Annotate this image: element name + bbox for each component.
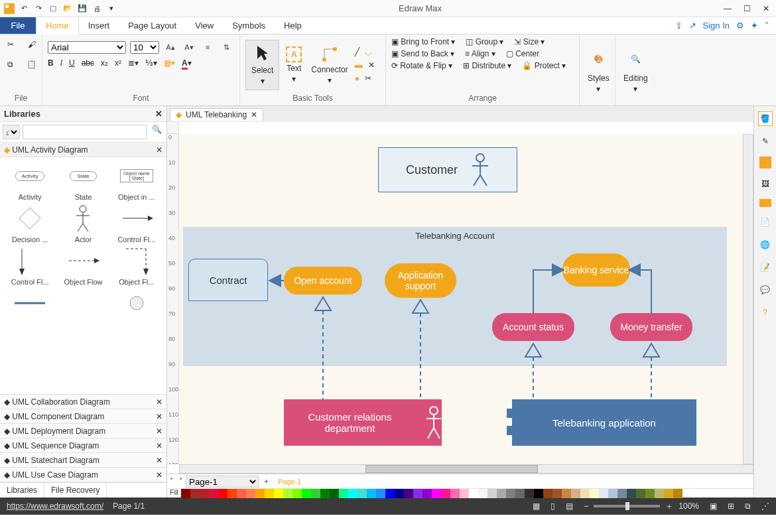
qat-more-icon[interactable]: ▾ — [106, 3, 117, 14]
settings-icon[interactable]: ⚙ — [736, 21, 744, 31]
color-swatch[interactable] — [385, 489, 395, 498]
color-swatch[interactable] — [450, 489, 460, 498]
share-icon[interactable]: ↗ — [689, 21, 696, 31]
shape-contract[interactable]: Contract — [188, 259, 268, 301]
color-swatch[interactable] — [339, 489, 348, 498]
shape-customer[interactable]: Customer — [378, 147, 517, 192]
undo-icon[interactable]: ↶ — [19, 3, 29, 14]
color-swatch[interactable] — [617, 489, 627, 498]
color-swatch[interactable] — [525, 489, 534, 498]
lib-section-close-icon[interactable]: ✕ — [156, 145, 162, 155]
color-swatch[interactable] — [655, 489, 664, 498]
rect-tool-icon[interactable]: ▬ — [355, 60, 363, 70]
view-mode-2-icon[interactable]: ▯ — [550, 501, 555, 511]
color-swatch[interactable] — [571, 489, 580, 498]
connector-tool[interactable]: Connector — [311, 65, 348, 74]
select-tool[interactable]: Select — [251, 66, 273, 75]
zoom-out-icon[interactable]: − — [584, 501, 588, 511]
shape-account-status[interactable]: Account status — [492, 313, 574, 341]
shape-tele-app[interactable]: Telebanking application — [512, 399, 696, 446]
bullets-icon[interactable]: ≣▾ — [128, 58, 139, 68]
grow-font-icon[interactable]: A▴ — [163, 40, 178, 54]
group-button[interactable]: ◫ Group ▾ — [466, 37, 503, 46]
color-swatch[interactable] — [590, 489, 599, 498]
view-mode-1-icon[interactable]: ▦ — [533, 501, 540, 511]
shape-object-flow[interactable]: Object Flow — [57, 246, 109, 286]
new-doc-icon[interactable]: ▢ — [48, 3, 58, 14]
color-swatch[interactable] — [413, 489, 422, 498]
maximize-button[interactable]: ☐ — [744, 4, 751, 13]
print-icon[interactable]: 🖨 — [92, 3, 102, 14]
italic-button[interactable]: I — [60, 58, 62, 68]
color-swatch[interactable] — [311, 489, 320, 498]
bring-front-button[interactable]: ▣ Bring to Front ▾ — [391, 37, 455, 46]
send-back-button[interactable]: ▣ Send to Back ▾ — [391, 49, 454, 58]
shape-vline[interactable] — [57, 289, 109, 320]
text-tool[interactable]: Text — [287, 64, 301, 73]
library-search-input[interactable] — [23, 125, 147, 139]
format-painter-icon[interactable]: 🖌 — [25, 37, 39, 52]
color-swatch[interactable] — [497, 489, 506, 498]
layer-tool-icon[interactable] — [759, 199, 771, 207]
color-swatch[interactable] — [469, 489, 478, 498]
color-swatch[interactable] — [200, 489, 209, 498]
lib-deployment[interactable]: ◆ UML Deployment Diagram✕ — [0, 424, 166, 438]
lib-component[interactable]: ◆ UML Component Diagram✕ — [0, 409, 166, 424]
color-swatch[interactable] — [227, 489, 237, 498]
shape-control-flow[interactable]: Control Fl... — [111, 204, 162, 243]
shape-hline[interactable] — [4, 289, 56, 320]
underline-button[interactable]: U — [69, 58, 75, 68]
center-button[interactable]: ▢ Center — [506, 49, 539, 58]
zoom-value[interactable]: 100% — [679, 501, 699, 511]
status-resize-icon[interactable]: ⋰ — [761, 501, 769, 511]
align-left-icon[interactable]: ≡ — [200, 40, 215, 54]
ellipse-tool-icon[interactable]: ● — [355, 74, 359, 83]
pen-tool-icon[interactable]: ✎ — [758, 134, 773, 149]
comment-tool-icon[interactable]: 💬 — [758, 283, 773, 297]
color-swatch[interactable] — [246, 489, 255, 498]
shape-state[interactable]: StateState — [57, 161, 109, 201]
protect-button[interactable]: 🔒 Protect ▾ — [522, 61, 566, 70]
color-swatch[interactable] — [274, 489, 283, 498]
status-url[interactable]: https://www.edrawsoft.com/ — [7, 501, 103, 511]
color-swatch[interactable] — [460, 489, 469, 498]
font-color-icon[interactable]: A▾ — [182, 58, 192, 68]
zoom-in-icon[interactable]: ＋ — [665, 501, 673, 512]
status-icon-2[interactable]: ⊞ — [728, 501, 734, 511]
color-swatch[interactable] — [255, 489, 265, 498]
color-swatch[interactable] — [608, 489, 617, 498]
page-select[interactable]: Page-1 — [186, 476, 259, 488]
copy-icon[interactable]: ⧉ — [3, 57, 18, 72]
page-tab[interactable]: Page-1 — [274, 478, 305, 486]
color-swatch[interactable] — [376, 489, 385, 498]
color-swatch[interactable] — [673, 489, 682, 498]
tab-home[interactable]: Home — [36, 17, 79, 34]
text-tool-icon[interactable]: A — [286, 46, 302, 62]
select-tool-icon[interactable] — [255, 44, 271, 64]
cut-icon[interactable]: ✂ — [3, 37, 18, 52]
color-swatch[interactable] — [302, 489, 311, 498]
close-button[interactable]: ✕ — [763, 4, 769, 13]
libraries-close-icon[interactable]: ✕ — [155, 109, 162, 119]
paste-icon[interactable]: 📋 — [25, 57, 39, 72]
color-swatch[interactable] — [506, 489, 515, 498]
font-name-select[interactable]: Arial — [48, 41, 126, 54]
superscript-button[interactable]: x² — [115, 58, 121, 68]
subscript-button[interactable]: x₂ — [101, 58, 108, 68]
lib-statechart[interactable]: ◆ UML Statechart Diagram✕ — [0, 453, 166, 468]
page-down-icon[interactable]: ˅ — [176, 477, 186, 486]
lib-footer-libraries[interactable]: Libraries — [0, 483, 44, 498]
crop-tool-icon[interactable]: ✂ — [365, 74, 371, 83]
shape-actor[interactable]: Actor — [57, 204, 109, 243]
fill-tool-icon[interactable]: 🪣 — [758, 111, 773, 126]
color-swatch[interactable] — [209, 489, 218, 498]
tab-help[interactable]: Help — [275, 17, 311, 34]
color-swatch[interactable] — [367, 489, 376, 498]
collapse-ribbon-icon[interactable]: ˄ — [765, 21, 769, 31]
lib-section-active[interactable]: UML Activity Diagram — [12, 145, 88, 155]
page-tool-icon[interactable]: 📄 — [758, 215, 773, 230]
color-swatch[interactable] — [348, 489, 357, 498]
color-swatch[interactable] — [487, 489, 497, 498]
color-swatch[interactable] — [357, 489, 367, 498]
color-swatch[interactable] — [636, 489, 645, 498]
